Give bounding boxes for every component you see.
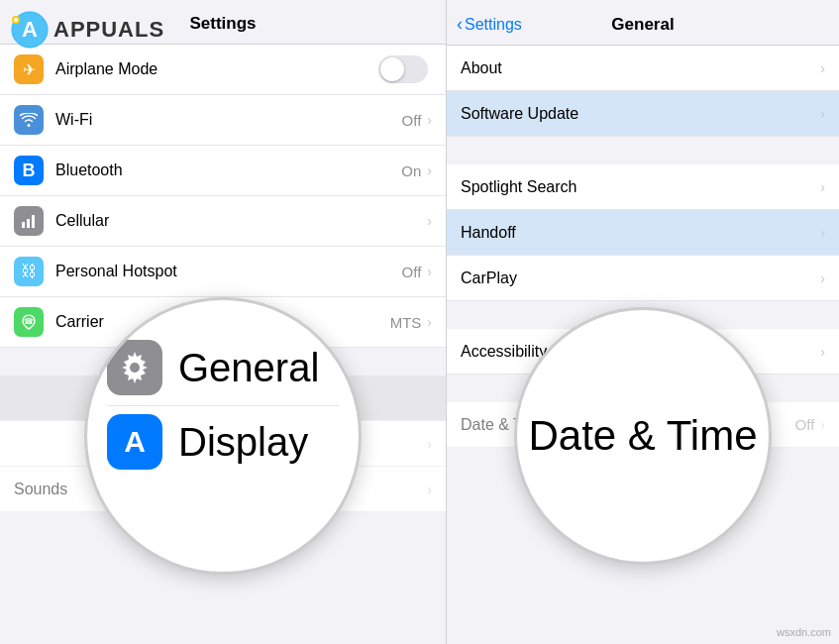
watermark: wsxdn.com <box>777 626 831 638</box>
general-list: About › Software Update › <box>447 46 839 137</box>
settings-item-wifi[interactable]: Wi-Fi Off › <box>0 95 446 146</box>
zoom-content-general: General A Display <box>87 300 359 572</box>
zoom-display-icon: A <box>107 414 162 470</box>
panels: Settings ✈ Airplane Mode <box>0 0 839 644</box>
datetime-value: Off <box>795 416 815 433</box>
general-item-about[interactable]: About › <box>447 46 839 91</box>
toggle-knob <box>380 57 404 81</box>
settings-item-bluetooth[interactable]: B Bluetooth On › <box>0 146 446 196</box>
hotspot-value: Off <box>402 264 422 280</box>
logo-text: APPUALS <box>53 17 164 43</box>
hotspot-chevron: › <box>427 264 432 279</box>
spotlight-chevron: › <box>820 179 825 195</box>
cellular-label: Cellular <box>55 212 427 230</box>
general-item-handoff[interactable]: Handoff › <box>447 210 839 256</box>
zoom-general-label: General <box>178 346 319 390</box>
zoom-gear-icon <box>107 340 162 395</box>
zoom-circle-datetime: Date & Time <box>514 307 772 565</box>
carrier-chevron: › <box>427 314 432 330</box>
wifi-label: Wi-Fi <box>55 111 402 129</box>
spotlight-label: Spotlight Search <box>461 178 820 196</box>
bluetooth-icon: B <box>14 156 44 185</box>
airplane-label: Airplane Mode <box>55 60 378 78</box>
settings-item-hotspot[interactable]: ⛓ Personal Hotspot Off › <box>0 247 446 297</box>
accessibility-chevron: › <box>820 344 825 360</box>
svg-text:☎: ☎ <box>24 317 34 326</box>
bluetooth-chevron: › <box>427 162 432 178</box>
zoom-general-row: General <box>107 330 339 406</box>
right-separator-1 <box>447 137 839 164</box>
software-update-label: Software Update <box>461 105 820 123</box>
airplane-toggle[interactable] <box>378 55 428 83</box>
svg-text:A: A <box>22 17 38 42</box>
zoom-display-row: A Display <box>107 406 339 478</box>
right-panel-header: ‹ Settings General <box>447 0 839 46</box>
right-panel-title: General <box>611 15 674 35</box>
back-label: Settings <box>465 16 522 34</box>
back-chevron-icon: ‹ <box>457 14 463 35</box>
datetime-chevron: › <box>820 417 825 433</box>
logo-icon: A <box>10 10 50 50</box>
general-item-carplay[interactable]: CarPlay › <box>447 256 839 301</box>
wifi-icon <box>14 105 44 135</box>
bluetooth-label: Bluetooth <box>55 161 401 179</box>
svg-rect-6 <box>32 215 35 228</box>
display-row-chevron: › <box>427 436 432 452</box>
carplay-label: CarPlay <box>461 269 820 287</box>
settings-item-cellular[interactable]: Cellular › <box>0 196 446 247</box>
svg-point-9 <box>130 363 140 373</box>
carrier-icon: ☎ <box>14 307 44 337</box>
zoom-datetime-label: Date & Time <box>528 411 757 461</box>
logo-area: A APPUALS <box>10 10 164 50</box>
general-list-2: Spotlight Search › Handoff › CarPlay › <box>447 164 839 301</box>
zoom-circle-general: General A Display <box>84 297 362 575</box>
handoff-chevron: › <box>820 225 825 241</box>
wifi-value: Off <box>402 112 422 129</box>
svg-rect-4 <box>22 222 25 228</box>
carplay-chevron: › <box>820 270 825 286</box>
about-chevron: › <box>820 60 825 76</box>
svg-point-3 <box>14 18 18 22</box>
airplane-icon: ✈ <box>14 54 44 84</box>
general-row-chevron: › <box>427 390 432 406</box>
handoff-label: Handoff <box>461 224 820 242</box>
back-button[interactable]: ‹ Settings <box>457 14 522 35</box>
left-panel: Settings ✈ Airplane Mode <box>0 0 446 644</box>
carrier-value: MTS <box>390 314 422 331</box>
settings-item-airplane[interactable]: ✈ Airplane Mode <box>0 45 446 95</box>
sounds-chevron: › <box>427 482 432 497</box>
general-item-software-update[interactable]: Software Update › <box>447 91 839 137</box>
right-panel: ‹ Settings General About › Software Upda… <box>446 0 839 644</box>
zoom-display-label: Display <box>178 420 308 465</box>
general-item-spotlight[interactable]: Spotlight Search › <box>447 164 839 210</box>
svg-rect-5 <box>27 219 30 228</box>
about-label: About <box>461 59 820 77</box>
cellular-icon <box>14 206 44 236</box>
cellular-chevron: › <box>427 213 432 229</box>
bluetooth-value: On <box>401 162 421 179</box>
wifi-chevron: › <box>427 112 432 128</box>
hotspot-icon: ⛓ <box>14 257 44 286</box>
software-update-chevron: › <box>820 106 825 122</box>
hotspot-label: Personal Hotspot <box>55 263 402 280</box>
